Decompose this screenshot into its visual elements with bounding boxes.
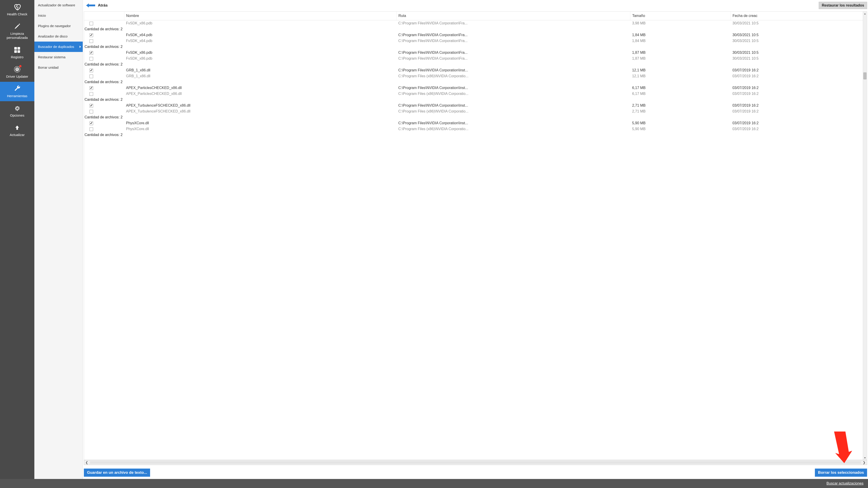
delete-selected-button[interactable]: Borrar los seleccionados — [815, 468, 867, 477]
sub-system-restore[interactable]: Restaurar sistema — [34, 52, 83, 62]
file-row[interactable]: GRB_1_x86.dllC:\Program Files (x86)\NVID… — [84, 73, 867, 79]
row-checkbox[interactable] — [90, 86, 93, 90]
cell-size: 3,98 MB — [630, 20, 731, 26]
cell-name: GRB_1_x86.dll — [124, 73, 397, 79]
sidebar-driver-updater[interactable]: Driver Updater — [0, 62, 34, 82]
scroll-up-icon[interactable]: ▲ — [863, 11, 867, 15]
row-checkbox[interactable] — [90, 51, 93, 55]
cell-path: C:\Program Files\NVIDIA Corporation\Fra.… — [397, 56, 630, 61]
col-date[interactable]: Fecha de creac — [731, 11, 867, 20]
cell-date: 03/07/2019 16:2 — [731, 103, 867, 108]
cell-path: C:\Program Files (x86)\NVIDIA Corporatio… — [397, 108, 630, 114]
file-row[interactable]: FvSDK_x86.pdbC:\Program Files\NVIDIA Cor… — [84, 56, 867, 61]
col-size[interactable]: Tamaño — [630, 11, 731, 20]
col-checkbox[interactable] — [84, 11, 124, 20]
cell-path: C:\Program Files\NVIDIA Corporation\Fra.… — [397, 38, 630, 44]
cell-date: 30/03/2021 10:5 — [731, 56, 867, 61]
cell-path: C:\Program Files (x86)\NVIDIA Corporatio… — [397, 126, 630, 132]
cell-path: C:\Program Files\NVIDIA Corporation\Fra.… — [397, 50, 630, 56]
sidebar-label: Driver Updater — [6, 74, 28, 78]
back-label: Atrás — [98, 3, 107, 8]
back-button[interactable]: Atrás — [85, 2, 109, 8]
file-row[interactable]: APEX_TurbulenceFSCHECKED_x86.dllC:\Progr… — [84, 108, 867, 114]
group-row: Cantidad de archivos: 2 — [84, 79, 867, 85]
group-label: Cantidad de archivos: 2 — [84, 61, 867, 67]
sidebar-label: Limpieza personalizada — [1, 32, 33, 40]
row-checkbox[interactable] — [90, 39, 93, 43]
scroll-left-icon[interactable]: ❮ — [86, 461, 88, 464]
sidebar-label: Registro — [11, 55, 24, 59]
file-row[interactable]: PhysXCore.dllC:\Program Files\NVIDIA Cor… — [84, 120, 867, 126]
hscroll-track[interactable] — [90, 461, 861, 464]
file-row[interactable]: APEX_ParticlesCHECKED_x86.dllC:\Program … — [84, 91, 867, 97]
group-row: Cantidad de archivos: 2 — [84, 132, 867, 138]
save-to-text-button[interactable]: Guardar en un archivo de texto... — [84, 468, 150, 477]
table-scroll[interactable]: Nombre Ruta Tamaño Fecha de creac FvSDK_… — [84, 11, 867, 460]
check-updates-link[interactable]: Buscar actualizaciones — [827, 482, 864, 486]
cell-path: C:\Program Files\NVIDIA Corporation\Inst… — [397, 67, 630, 73]
row-checkbox[interactable] — [90, 92, 93, 96]
file-row[interactable]: GRB_1_x86.dllC:\Program Files\NVIDIA Cor… — [84, 67, 867, 73]
sub-duplicate-finder[interactable]: Buscador de duplicados — [34, 41, 83, 52]
sidebar-sub: Actualizador de software Inicio Plugins … — [34, 0, 83, 479]
col-path[interactable]: Ruta — [397, 11, 630, 20]
sub-disk-analyzer[interactable]: Analizador de disco — [34, 31, 83, 41]
arrow-left-icon — [86, 3, 95, 7]
sidebar-health-check[interactable]: Health Check — [0, 0, 34, 20]
file-row[interactable]: APEX_ParticlesCHECKED_x86.dllC:\Program … — [84, 85, 867, 91]
row-checkbox[interactable] — [90, 33, 93, 37]
col-name[interactable]: Nombre — [124, 11, 397, 20]
cell-path: C:\Program Files (x86)\NVIDIA Corporatio… — [397, 73, 630, 79]
svg-rect-1 — [18, 47, 20, 50]
notification-dot-icon — [19, 65, 22, 67]
group-label: Cantidad de archivos: 2 — [84, 97, 867, 103]
cell-name: FvSDK_x86.pdb — [124, 56, 397, 61]
cell-name: GRB_1_x86.dll — [124, 67, 397, 73]
sidebar-label: Herramientas — [7, 94, 27, 98]
sub-browser-plugins[interactable]: Plugins de navegador — [34, 21, 83, 31]
row-checkbox[interactable] — [90, 110, 93, 113]
cell-size: 1,84 MB — [630, 38, 731, 44]
sidebar-update[interactable]: Actualizar — [0, 121, 34, 140]
cell-date: 03/07/2019 16:2 — [731, 108, 867, 114]
vertical-scrollbar[interactable]: ▲ ▼ — [863, 11, 867, 460]
sub-software-updater[interactable]: Actualizador de software — [34, 0, 83, 10]
cell-size: 1,84 MB — [630, 32, 731, 38]
cell-date: 03/07/2019 16:2 — [731, 73, 867, 79]
sub-startup[interactable]: Inicio — [34, 10, 83, 21]
row-checkbox[interactable] — [90, 122, 93, 125]
row-checkbox[interactable] — [90, 104, 93, 107]
sidebar-registry[interactable]: Registro — [0, 43, 34, 62]
scroll-thumb[interactable] — [864, 72, 866, 79]
restore-results-button[interactable]: Restaurar los resultados — [819, 2, 867, 9]
gear-icon — [13, 104, 21, 112]
file-row[interactable]: FvSDK_x86.pdbC:\Program Files\NVIDIA Cor… — [84, 20, 867, 26]
sidebar-tools[interactable]: Herramientas — [0, 82, 34, 101]
cell-path: C:\Program Files (x86)\NVIDIA Corporatio… — [397, 91, 630, 97]
file-row[interactable]: FvSDK_x64.pdbC:\Program Files\NVIDIA Cor… — [84, 32, 867, 38]
sub-drive-wiper[interactable]: Borrar unidad — [34, 62, 83, 73]
row-checkbox[interactable] — [90, 74, 93, 78]
cell-size: 2,71 MB — [630, 103, 731, 108]
row-checkbox[interactable] — [90, 57, 93, 61]
cell-name: FvSDK_x64.pdb — [124, 32, 397, 38]
cell-path: C:\Program Files\NVIDIA Corporation\Fra.… — [397, 20, 630, 26]
sidebar-custom-clean[interactable]: Limpieza personalizada — [0, 20, 34, 43]
row-checkbox[interactable] — [90, 22, 93, 25]
cell-name: FvSDK_x64.pdb — [124, 38, 397, 44]
row-checkbox[interactable] — [90, 69, 93, 72]
file-row[interactable]: APEX_TurbulenceFSCHECKED_x86.dllC:\Progr… — [84, 103, 867, 108]
app-root: Health Check Limpieza personalizada Regi… — [0, 0, 868, 479]
sidebar-main: Health Check Limpieza personalizada Regi… — [0, 0, 34, 479]
file-row[interactable]: FvSDK_x64.pdbC:\Program Files\NVIDIA Cor… — [84, 38, 867, 44]
horizontal-scrollbar[interactable]: ❮ ❯ — [84, 460, 867, 465]
sidebar-options[interactable]: Opciones — [0, 101, 34, 121]
cell-name: FvSDK_x86.pdb — [124, 20, 397, 26]
scroll-down-icon[interactable]: ▼ — [863, 456, 867, 460]
scroll-right-icon[interactable]: ❯ — [863, 461, 866, 464]
cell-date: 03/07/2019 16:2 — [731, 126, 867, 132]
file-row[interactable]: FvSDK_x86.pdbC:\Program Files\NVIDIA Cor… — [84, 50, 867, 56]
file-row[interactable]: PhysXCore.dllC:\Program Files (x86)\NVID… — [84, 126, 867, 132]
row-checkbox[interactable] — [90, 127, 93, 131]
gear-sync-icon — [13, 66, 21, 73]
